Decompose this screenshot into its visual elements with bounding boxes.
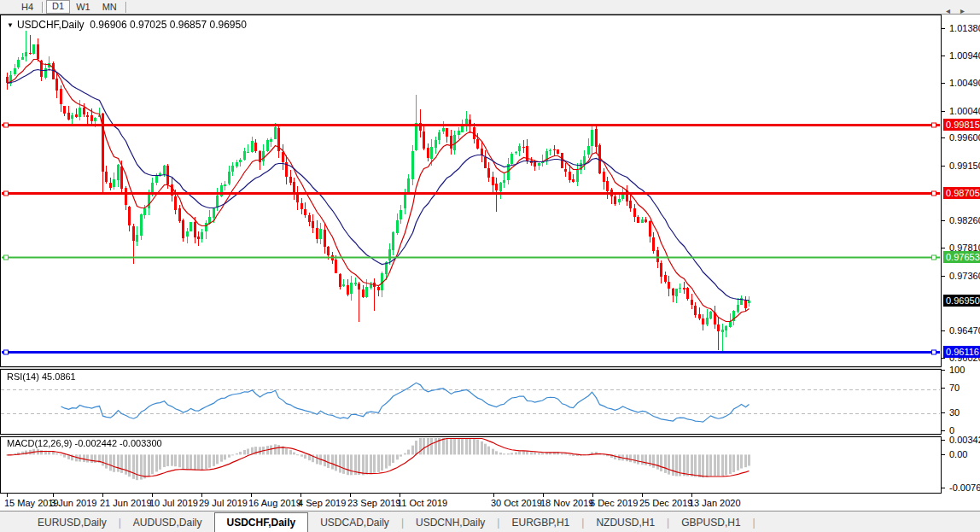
rsi-current-value: 45.0861	[42, 371, 76, 382]
date-tick-label: 3 Jun 2019	[50, 498, 96, 508]
price-tick-mark	[942, 111, 945, 112]
chart-tab-usdcad[interactable]: USDCAD,Daily	[308, 514, 401, 532]
price-tick-label: 1.00940	[949, 50, 980, 61]
timeframe-button-w1[interactable]: W1	[70, 1, 96, 14]
ohlc-low: 0.96857	[170, 19, 207, 31]
chart-tab-eurusd[interactable]: EURUSD,Daily	[26, 514, 119, 532]
chart-tab-nzdusd[interactable]: NZDUSD,H1	[584, 514, 667, 532]
chart-tab-gbpusd[interactable]: GBPUSD,H1	[669, 514, 752, 532]
price-tick-label: 0.96470	[949, 325, 980, 336]
date-tick-label: 10 Jul 2019	[149, 498, 198, 508]
rsi-tick-label: 30	[949, 407, 960, 418]
chart-tab-eurgbp[interactable]: EURGBP,H1	[499, 514, 581, 532]
date-tick-mark	[201, 494, 202, 497]
rsi-name: RSI(14)	[7, 371, 39, 382]
date-tick-label: 11 Oct 2019	[397, 498, 447, 508]
date-tick-label: 21 Jun 2019	[100, 498, 152, 508]
price-badge: 0.99815	[943, 119, 980, 131]
price-axis[interactable]: 1.013801.009401.004901.000400.996000.991…	[942, 15, 980, 511]
date-tick-label: 18 Nov 2019	[540, 498, 593, 508]
ohlc-high: 0.97025	[130, 19, 166, 31]
price-tick-label: 0.99150	[949, 161, 980, 171]
date-tick-mark	[300, 494, 301, 497]
date-tick-mark	[592, 494, 593, 497]
date-tick-mark	[350, 494, 351, 497]
date-tick-mark	[102, 494, 103, 497]
date-tick-mark	[400, 494, 400, 497]
date-tick-label: 13 Jan 2020	[689, 498, 741, 508]
macd-label: MACD(12,26,9) -0.002442 -0.003300	[7, 438, 162, 448]
date-tick-mark	[691, 494, 692, 497]
date-tick-label: 4 Sep 2019	[298, 498, 346, 508]
price-tick-mark	[942, 276, 945, 277]
macd-tick-mark	[942, 454, 945, 455]
date-tick-label: 6 Dec 2019	[590, 498, 638, 508]
price-badge: 0.97653	[943, 251, 980, 263]
price-tick-label: 0.98260	[949, 215, 980, 225]
chart-tab-bar: EURUSD,Daily|AUDUSD,DailyUSDCHF,DailyUSD…	[0, 511, 980, 532]
macd-signal-value: -0.003300	[120, 438, 162, 448]
price-badge: 0.98705	[943, 187, 980, 199]
symbol-label: USDCHF,Daily	[17, 19, 85, 31]
rsi-label: RSI(14) 45.0861	[7, 371, 76, 382]
date-tick-mark	[642, 494, 643, 497]
date-tick-mark	[7, 494, 8, 497]
date-tick-mark	[251, 494, 252, 497]
tab-scroll-right-icon[interactable]: ▸	[960, 6, 975, 15]
price-tick-mark	[942, 28, 945, 29]
macd-tick-label: -0.007615	[949, 482, 980, 493]
date-tick-mark	[53, 494, 54, 497]
ohlc-open: 0.96906	[90, 19, 126, 31]
ohlc-close: 0.96950	[209, 19, 246, 31]
date-tick-label: 30 Oct 2019	[491, 498, 542, 508]
tab-separator: |	[753, 517, 755, 532]
macd-name: MACD(12,26,9)	[7, 438, 72, 448]
price-tick-mark	[942, 330, 945, 331]
timeframe-button-d1[interactable]: D1	[46, 0, 70, 14]
chart-tab-usdcnh[interactable]: USDCNH,Daily	[404, 514, 497, 532]
macd-main-value: -0.002442	[74, 438, 117, 448]
chart-title: ▼USDCHF,Daily 0.96906 0.97025 0.96857 0.…	[7, 19, 247, 31]
macd-tick-mark	[942, 488, 945, 488]
timeframe-button-mn[interactable]: MN	[96, 1, 123, 14]
tab-scroll-left-icon[interactable]: ◂	[946, 6, 960, 15]
price-tick-label: 1.00490	[949, 78, 980, 88]
price-tick-mark	[942, 83, 945, 84]
collapse-arrow-icon[interactable]: ▼	[7, 21, 14, 29]
price-tick-label: 0.97360	[949, 271, 980, 281]
date-tick-label: 29 Jul 2019	[199, 498, 248, 508]
macd-tick-mark	[942, 440, 945, 441]
price-tick-mark	[942, 248, 945, 248]
price-badge: 0.96950	[943, 295, 980, 307]
price-tick-mark	[942, 166, 945, 167]
toolbar-separator	[42, 2, 44, 13]
date-tick-mark	[493, 494, 494, 497]
rsi-tick-mark	[942, 388, 945, 389]
main-price-chart[interactable]	[0, 15, 942, 367]
price-tick-mark	[942, 137, 945, 138]
tab-scroll-arrows: ◂▸	[946, 6, 975, 15]
price-tick-mark	[942, 220, 945, 221]
date-tick-label: 25 Dec 2019	[639, 498, 692, 508]
candlestick-canvas[interactable]	[1, 15, 941, 366]
rsi-canvas[interactable]	[1, 370, 941, 434]
chart-tab-usdchf[interactable]: USDCHF,Daily	[214, 512, 309, 532]
mt4-chart-window: H4D1W1MN ▼USDCHF,Daily 0.96906 0.97025 0…	[0, 0, 980, 532]
timeframe-toolbar: H4D1W1MN	[0, 0, 980, 15]
price-tick-mark	[942, 56, 945, 56]
rsi-indicator-panel[interactable]	[0, 369, 942, 435]
rsi-tick-mark	[942, 412, 945, 413]
price-badge: 0.96116	[943, 346, 980, 358]
price-tick-label: 0.99600	[949, 132, 980, 143]
rsi-tick-mark	[942, 370, 945, 371]
macd-tick-label: 0.003428	[949, 435, 980, 445]
rsi-tick-label: 70	[949, 383, 960, 393]
chart-tab-audusd[interactable]: AUDUSD,Daily	[121, 514, 214, 532]
date-axis[interactable]: 15 May 20193 Jun 201921 Jun 201910 Jul 2…	[0, 494, 942, 511]
toolbar-separator	[125, 2, 127, 13]
price-tick-label: 1.00040	[949, 106, 980, 116]
date-tick-label: 23 Sep 2019	[347, 498, 400, 508]
macd-tick-label: 0.00	[949, 449, 967, 459]
date-tick-label: 16 Aug 2019	[248, 498, 301, 508]
timeframe-button-h4[interactable]: H4	[15, 1, 39, 14]
